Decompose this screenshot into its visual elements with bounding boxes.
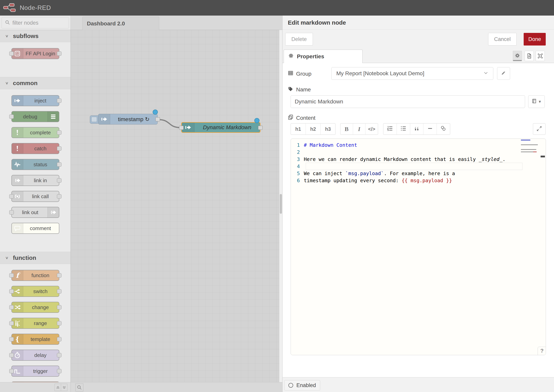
hr-icon bbox=[427, 126, 433, 133]
palette-filter-box[interactable] bbox=[2, 17, 69, 28]
flow-tab-dashboard[interactable]: Dashboard 2.0 bbox=[82, 17, 159, 30]
tab-description-icon-button[interactable] bbox=[525, 51, 534, 61]
horizontal-rule-button[interactable] bbox=[423, 124, 437, 134]
palette-node-ff-api-login[interactable]: FF API Login bbox=[11, 48, 59, 59]
palette-node-label: switch bbox=[23, 286, 58, 296]
done-button[interactable]: Done bbox=[524, 33, 546, 46]
h2-button[interactable]: h2 bbox=[306, 124, 321, 134]
cancel-button[interactable]: Cancel bbox=[488, 33, 517, 46]
h3-button[interactable]: h3 bbox=[321, 124, 335, 134]
tab-properties[interactable]: Properties bbox=[284, 50, 363, 63]
expand-editor-button[interactable] bbox=[533, 123, 546, 135]
palette-node-range[interactable]: range bbox=[11, 318, 59, 329]
name-field-label: Name bbox=[288, 86, 311, 93]
tab-properties-label: Properties bbox=[297, 53, 324, 60]
line-text: Here we can render dynamic Markdown cont… bbox=[304, 156, 505, 162]
dialog-tabs: Properties bbox=[282, 49, 554, 63]
italic-button[interactable]: I bbox=[353, 124, 366, 134]
palette-expand-all-button[interactable] bbox=[61, 384, 67, 391]
output-port bbox=[57, 369, 62, 373]
palette-collapse-all-button[interactable] bbox=[55, 384, 61, 391]
properties-form: Group My Report [Notebook Layout Demo] N… bbox=[282, 63, 554, 377]
flow-node-timestamp[interactable]: timestamp ↻ bbox=[98, 114, 158, 125]
output-port bbox=[57, 130, 62, 135]
overview-ruler-cursor bbox=[541, 156, 545, 157]
output-port[interactable] bbox=[155, 117, 160, 121]
code-line-1: 1# Markdown Content bbox=[291, 141, 546, 148]
output-port bbox=[57, 289, 62, 294]
code-button[interactable]: </> bbox=[365, 124, 378, 134]
scrollbar-thumb[interactable] bbox=[280, 194, 282, 214]
palette-node-template[interactable]: { template bbox=[11, 334, 59, 345]
palette-filter-input[interactable] bbox=[12, 20, 62, 26]
palette-node-delay[interactable]: delay bbox=[11, 350, 59, 361]
line-number: 1 bbox=[291, 142, 304, 148]
palette-node-function[interactable]: f function bbox=[11, 270, 59, 281]
palette-node-change[interactable]: change bbox=[11, 302, 59, 313]
markdown-code-editor[interactable]: 1# Markdown Content23Here we can render … bbox=[291, 139, 546, 355]
changed-indicator-dot bbox=[254, 118, 259, 123]
dialog-footer: Enabled bbox=[282, 377, 554, 392]
node-palette: ∨ subflows FF API Login∨ common inject d… bbox=[0, 15, 71, 392]
toolbar-group bbox=[383, 123, 450, 135]
ordered-list-button[interactable] bbox=[383, 124, 397, 134]
bold-button[interactable]: B bbox=[340, 124, 353, 134]
palette-node-inject[interactable]: inject bbox=[11, 95, 59, 106]
code-line-5: 5We can inject `msg.payload`. For exampl… bbox=[291, 170, 546, 177]
code-line-6: 6timestamp updating every second: {{ msg… bbox=[291, 177, 546, 184]
input-port bbox=[9, 273, 14, 278]
link-out-icon bbox=[48, 207, 59, 217]
h1-button[interactable]: h1 bbox=[291, 124, 306, 134]
palette-node-debug[interactable]: debug bbox=[11, 111, 59, 122]
group-select-value: My Report [Notebook Layout Demo] bbox=[336, 70, 483, 77]
blockquote-button[interactable] bbox=[410, 124, 424, 134]
canvas-vertical-scrollbar[interactable] bbox=[279, 30, 282, 382]
group-edit-button[interactable] bbox=[497, 67, 510, 80]
palette-section-body-subflows: FF API Login bbox=[0, 42, 70, 77]
tab-appearance-icon-button[interactable] bbox=[536, 51, 545, 61]
input-port bbox=[9, 210, 14, 215]
inject-button-inner bbox=[91, 117, 97, 122]
ol-icon bbox=[387, 126, 393, 133]
gear-icon bbox=[288, 53, 294, 60]
editor-help-button[interactable]: ? bbox=[538, 347, 546, 355]
palette-node-link-out[interactable]: link out bbox=[11, 207, 59, 218]
delete-button[interactable]: Delete bbox=[285, 33, 313, 46]
line-number: 6 bbox=[291, 178, 304, 183]
input-port bbox=[9, 369, 14, 373]
zoom-search-button[interactable] bbox=[76, 384, 83, 392]
flow-node-dynamic-markdown[interactable]: Dynamic Markdown bbox=[181, 122, 260, 133]
palette-section-header-function[interactable]: ∨ function bbox=[0, 252, 70, 264]
changed-indicator-dot bbox=[153, 110, 158, 115]
flow-canvas[interactable]: timestamp ↻ Dynamic Markdown bbox=[71, 30, 279, 382]
palette-node-link-call[interactable]: link call bbox=[11, 191, 59, 202]
palette-node-status[interactable]: status bbox=[11, 159, 59, 170]
enabled-toggle-button[interactable]: Enabled bbox=[284, 380, 320, 390]
group-select[interactable]: My Report [Notebook Layout Demo] bbox=[331, 67, 493, 80]
link-icon bbox=[441, 126, 446, 133]
palette-node-label: link out bbox=[13, 207, 48, 217]
palette-section-header-common[interactable]: ∨ common bbox=[0, 77, 70, 89]
palette-node-link-in[interactable]: link in bbox=[11, 175, 59, 186]
group-field-label: Group bbox=[288, 70, 311, 77]
input-port[interactable] bbox=[179, 126, 184, 130]
name-input[interactable] bbox=[291, 95, 525, 108]
palette-node-complete[interactable]: complete bbox=[11, 127, 59, 138]
inject-arrow-icon bbox=[12, 96, 23, 106]
palette-node-switch[interactable]: switch bbox=[11, 286, 59, 297]
link-button[interactable] bbox=[437, 124, 450, 134]
name-type-select-button[interactable]: ▾ bbox=[528, 95, 545, 108]
palette-section-header-subflows[interactable]: ∨ subflows bbox=[0, 30, 70, 42]
unordered-list-button[interactable] bbox=[397, 124, 410, 134]
palette-node-catch[interactable]: catch bbox=[11, 143, 59, 154]
inject-node-button[interactable] bbox=[90, 115, 99, 124]
palette-node-label: comment bbox=[23, 223, 58, 233]
input-port bbox=[9, 353, 14, 357]
toolbar-group: h1h2h3 bbox=[291, 123, 336, 135]
tab-properties-icon-button[interactable] bbox=[513, 51, 522, 61]
output-port bbox=[57, 178, 62, 183]
output-port[interactable] bbox=[258, 126, 263, 130]
workspace-tab-strip: Dashboard 2.0 bbox=[71, 15, 282, 30]
palette-node-comment[interactable]: comment bbox=[11, 223, 59, 234]
palette-node-trigger[interactable]: trigger bbox=[11, 366, 59, 377]
